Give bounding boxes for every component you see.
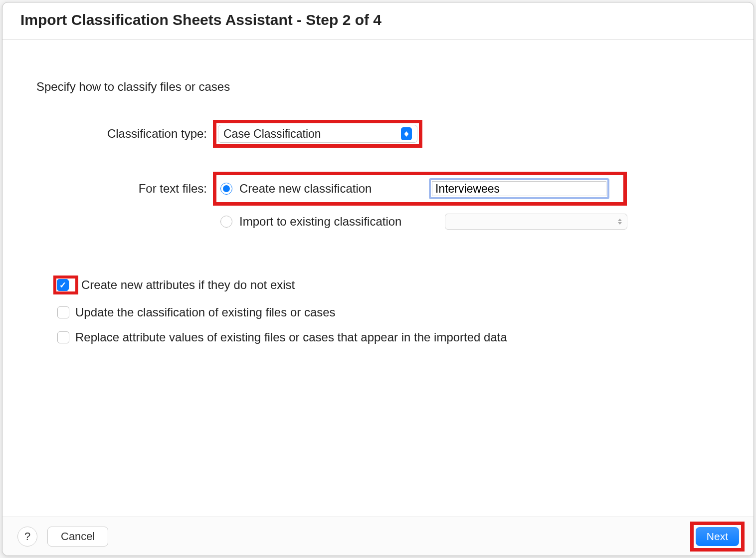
- radio-import-label: Import to existing classification: [239, 215, 439, 229]
- checkbox-row-create-attributes: ✓ Create new attributes if they do not e…: [53, 276, 724, 294]
- classification-type-select[interactable]: Case Classification: [218, 125, 417, 143]
- import-existing-row: Import to existing classification: [220, 214, 724, 230]
- checkbox-update-classification[interactable]: [57, 306, 69, 318]
- checkbox-create-attributes-label: Create new attributes if they do not exi…: [81, 278, 295, 292]
- checkbox-row-replace-values: Replace attribute values of existing fil…: [57, 330, 724, 344]
- instruction-text: Specify how to classify files or cases: [36, 80, 724, 94]
- select-stepper-disabled-icon: [618, 219, 622, 225]
- input-focus-ring: [429, 178, 609, 199]
- help-icon: ?: [24, 530, 30, 543]
- highlight-next: Next: [690, 522, 745, 552]
- classification-type-value: Case Classification: [223, 127, 401, 141]
- checkbox-section: ✓ Create new attributes if they do not e…: [53, 276, 724, 344]
- checkbox-replace-values[interactable]: [57, 331, 69, 343]
- cancel-button[interactable]: Cancel: [47, 527, 108, 547]
- next-button[interactable]: Next: [696, 527, 739, 546]
- radio-import-existing[interactable]: [220, 216, 232, 228]
- dialog-window: Import Classification Sheets Assistant -…: [2, 2, 754, 556]
- existing-classification-select[interactable]: [445, 214, 627, 230]
- select-stepper-icon: [401, 127, 412, 140]
- classification-type-row: Classification type: Case Classification: [32, 120, 724, 148]
- dialog-content: Specify how to classify files or cases C…: [2, 40, 754, 517]
- checkmark-icon: ✓: [59, 281, 66, 289]
- radio-create-new[interactable]: [220, 183, 232, 195]
- highlight-create-attributes: ✓: [53, 276, 78, 294]
- checkbox-update-classification-label: Update the classification of existing fi…: [75, 305, 336, 319]
- checkbox-row-update-classification: Update the classification of existing fi…: [57, 305, 724, 319]
- checkbox-replace-values-label: Replace attribute values of existing fil…: [75, 330, 507, 344]
- for-text-files-label: For text files:: [32, 182, 213, 196]
- dialog-footer: ? Cancel Next: [2, 517, 754, 556]
- radio-create-label: Create new classification: [239, 182, 429, 196]
- new-classification-name-input[interactable]: [432, 181, 606, 196]
- classification-type-label: Classification type:: [32, 127, 213, 141]
- help-button[interactable]: ?: [17, 527, 37, 547]
- checkbox-create-attributes[interactable]: ✓: [57, 279, 69, 291]
- highlight-classification-type: Case Classification: [213, 120, 422, 148]
- radio-dot-icon: [223, 185, 230, 192]
- highlight-create-classification: Create new classification: [213, 172, 627, 206]
- for-text-files-row: For text files: Create new classificatio…: [32, 172, 724, 206]
- titlebar: Import Classification Sheets Assistant -…: [2, 2, 754, 40]
- dialog-title: Import Classification Sheets Assistant -…: [20, 11, 736, 28]
